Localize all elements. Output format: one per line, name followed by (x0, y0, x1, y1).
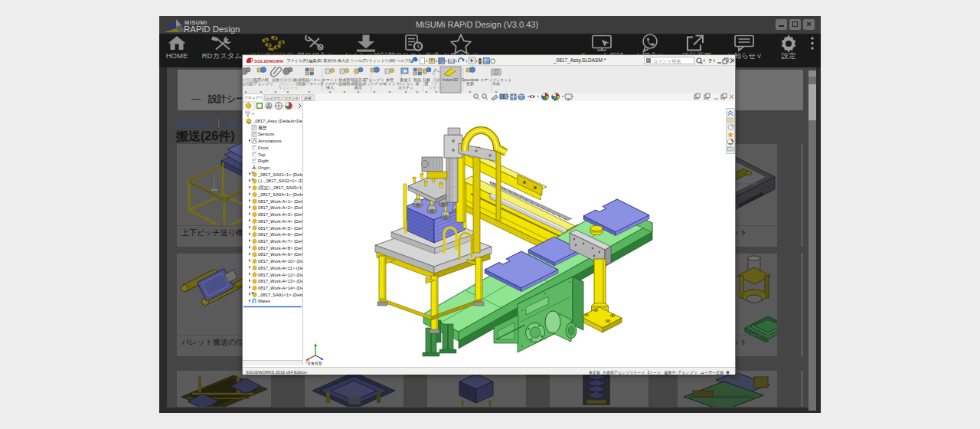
svg-text:0817_Work-A<14> (Default<: 0817_Work-A<14> (Default< (258, 286, 303, 290)
svg-text:0817_Work-A<13> (Default<: 0817_Work-A<13> (Default< (258, 279, 303, 283)
svg-text:_0817_SA01<1> (Default<D: _0817_SA01<1> (Default<D (257, 172, 303, 177)
svg-text:スケッチ: スケッチ (429, 85, 444, 90)
svg-text:_0817_Assy (Default<Default_D: _0817_Assy (Default<Default_D (252, 119, 303, 123)
svg-text:0817_Work-A<1> (Default<: 0817_Work-A<1> (Default< (258, 199, 303, 204)
svg-text:_0817_SA04<1> (Default<: _0817_SA04<1> (Default< (257, 192, 303, 197)
svg-text:ウィンドウ: ウィンドウ (278, 85, 298, 90)
svg-text:0817_Work-A<12> (Default<: 0817_Work-A<12> (Default< (258, 273, 303, 277)
svg-text:表示: 表示 (354, 85, 362, 90)
svg-text:0817_Work-A<4> (Default<: 0817_Work-A<4> (Default< (258, 219, 303, 224)
svg-text:0817_Work-A<9> (Default<: 0817_Work-A<9> (Default< (258, 252, 303, 257)
svg-text:Top: Top (258, 152, 265, 157)
svg-text:更新: 更新 (466, 81, 474, 86)
svg-text:_0817_SA91<1> (Default): _0817_SA91<1> (Default) (257, 293, 303, 297)
svg-text:0817_Work-A<3> (Default<: 0817_Work-A<3> (Default< (258, 212, 303, 217)
svg-text:スタディ: スタディ (398, 85, 413, 90)
svg-text:0817_Work-A<11> (Default<: 0817_Work-A<11> (Default< (258, 266, 303, 270)
svg-text:図: 図 (425, 81, 429, 87)
svg-text:(-) _0817_SA02<1> (Default: (-) _0817_SA02<1> (Default (258, 178, 303, 183)
svg-text:履歴: 履歴 (258, 126, 267, 130)
svg-text:作成: 作成 (492, 81, 500, 86)
svg-text:挿入: 挿入 (325, 85, 334, 90)
svg-text:MI: MI (206, 295, 223, 312)
svg-text:0817_Work-A<5> (Default<: 0817_Work-A<5> (Default< (258, 226, 303, 231)
svg-text:Mates: Mates (258, 299, 270, 303)
svg-text:0817_Work-A<6> (Default<: 0817_Work-A<6> (Default< (258, 232, 303, 237)
svg-text:0817_Work-A<2> (Default<: 0817_Work-A<2> (Default< (258, 205, 303, 210)
svg-text:0817_Work-A<7> (Default<: 0817_Work-A<7> (Default< (258, 239, 303, 244)
svg-text:Annotations: Annotations (258, 139, 282, 143)
svg-text:表: 表 (416, 81, 420, 86)
svg-text:Front: Front (258, 146, 269, 150)
svg-text:Right: Right (258, 159, 269, 163)
svg-text:Origin: Origin (258, 165, 270, 170)
svg-text:0817_Work-A<10> (Default<: 0817_Work-A<10> (Default< (258, 259, 303, 264)
svg-text:Sensors: Sensors (258, 132, 274, 136)
svg-text:*等角投影: *等角投影 (305, 361, 322, 365)
svg-text:0817_Work-A<8> (Default<: 0817_Work-A<8> (Default< (258, 246, 303, 251)
svg-text:ジオメトリ: ジオメトリ (380, 81, 400, 87)
svg-text:品移動: 品移動 (339, 81, 351, 87)
svg-text:SOLIDWORKS: SOLIDWORKS (254, 58, 283, 64)
svg-text:(固定) _0817_SA03<1> (Def: (固定) _0817_SA03<1> (Def (258, 185, 303, 191)
svg-text:?: ? (708, 57, 712, 64)
svg-text:(直線パターン): (直線パターン) (296, 81, 322, 86)
svg-text:品/アセンブリ: 品/アセンブリ (249, 81, 273, 86)
svg-text:Instant3D: Instant3D (442, 77, 459, 82)
